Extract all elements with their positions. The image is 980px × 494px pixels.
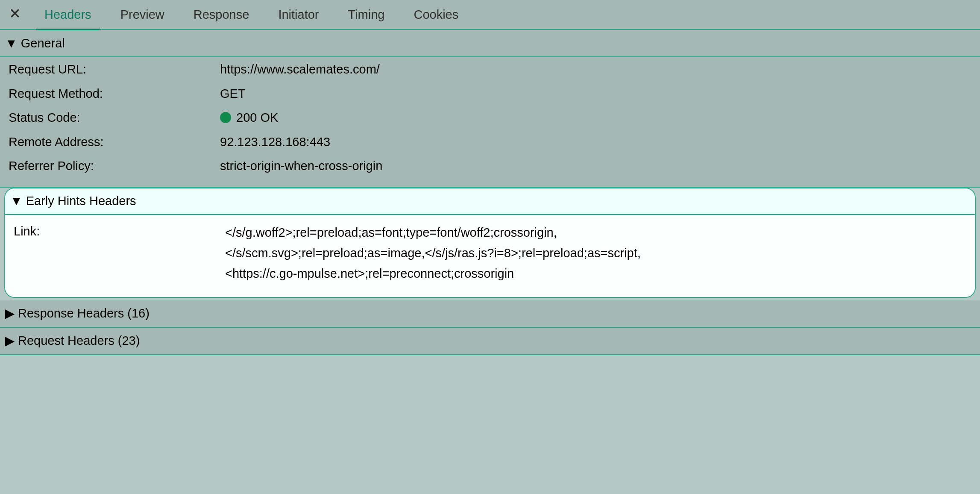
row-request-url: Request URL: https://www.scalemates.com/ — [0, 57, 980, 82]
tab-label: Response — [194, 8, 249, 22]
early-hints-rows: Link: </s/g.woff2>;rel=preload;as=font;t… — [5, 215, 975, 297]
disclosure-right-icon: ▶ — [5, 335, 15, 347]
tabs-bar: Headers Preview Response Initiator Timin… — [0, 0, 980, 30]
section-title: General — [21, 36, 65, 50]
tab-initiator[interactable]: Initiator — [264, 0, 333, 29]
section-title: Response Headers (16) — [18, 306, 150, 321]
row-request-method: Request Method: GET — [0, 82, 980, 106]
tab-cookies[interactable]: Cookies — [399, 0, 473, 29]
tab-label: Preview — [120, 8, 164, 22]
row-remote-address: Remote Address: 92.123.128.168:443 — [0, 130, 980, 154]
tab-label: Timing — [348, 8, 384, 22]
section-header-early-hints[interactable]: ▼ Early Hints Headers — [5, 188, 975, 215]
row-value: https://www.scalemates.com/ — [220, 61, 980, 78]
status-text: 200 OK — [236, 109, 278, 126]
tab-preview[interactable]: Preview — [106, 0, 179, 29]
section-header-request-headers[interactable]: ▶ Request Headers (23) — [0, 328, 980, 354]
section-title: Request Headers (23) — [18, 334, 140, 348]
tab-response[interactable]: Response — [179, 0, 264, 29]
row-key: Request URL: — [9, 61, 220, 78]
general-rows: Request URL: https://www.scalemates.com/… — [0, 56, 980, 187]
row-key: Request Method: — [9, 85, 220, 103]
tab-label: Headers — [44, 8, 91, 22]
section-early-hints: ▼ Early Hints Headers Link: </s/g.woff2>… — [4, 188, 976, 298]
section-general: ▼ General Request URL: https://www.scale… — [0, 30, 980, 188]
row-value: GET — [220, 85, 980, 103]
close-panel-button[interactable] — [0, 0, 30, 29]
row-link-header: Link: </s/g.woff2>;rel=preload;as=font;t… — [5, 219, 975, 288]
section-header-response-headers[interactable]: ▶ Response Headers (16) — [0, 300, 980, 327]
section-request-headers: ▶ Request Headers (23) — [0, 328, 980, 355]
disclosure-right-icon: ▶ — [5, 307, 15, 320]
row-key: Status Code: — [9, 109, 220, 126]
row-value: </s/g.woff2>;rel=preload;as=font;type=fo… — [225, 223, 975, 284]
tab-timing[interactable]: Timing — [333, 0, 399, 29]
disclosure-down-icon: ▼ — [10, 195, 23, 207]
tab-headers[interactable]: Headers — [30, 0, 106, 29]
tab-label: Initiator — [278, 8, 319, 22]
section-title: Early Hints Headers — [26, 194, 136, 208]
section-header-general[interactable]: ▼ General — [0, 30, 980, 56]
row-key: Referrer Policy: — [9, 157, 220, 175]
tab-label: Cookies — [414, 8, 458, 22]
row-key: Remote Address: — [9, 133, 220, 151]
row-key: Link: — [14, 223, 225, 284]
close-icon — [9, 8, 21, 22]
section-response-headers: ▶ Response Headers (16) — [0, 300, 980, 328]
disclosure-down-icon: ▼ — [5, 37, 18, 50]
row-status-code: Status Code: 200 OK — [0, 106, 980, 130]
status-dot-icon — [220, 112, 231, 123]
row-value: 92.123.128.168:443 — [220, 133, 980, 151]
row-value: strict-origin-when-cross-origin — [220, 157, 980, 175]
row-referrer-policy: Referrer Policy: strict-origin-when-cros… — [0, 154, 980, 178]
row-value: 200 OK — [220, 109, 980, 126]
